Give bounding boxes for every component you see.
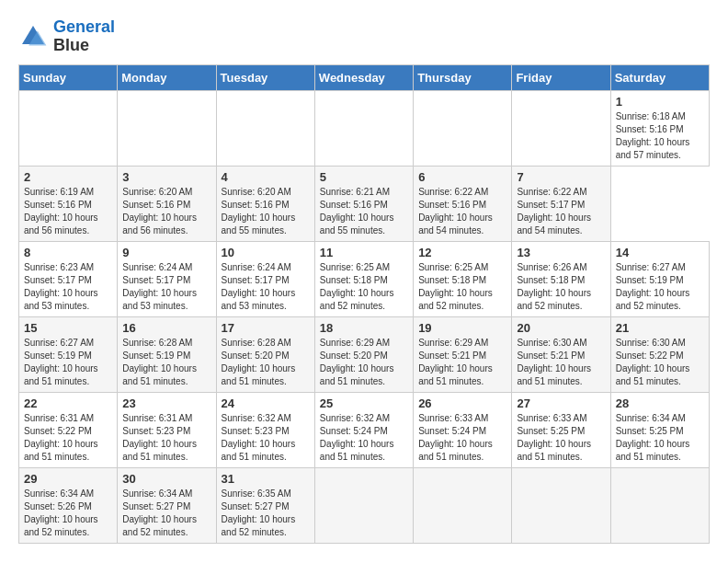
empty-cell	[314, 467, 413, 543]
logo-icon	[18, 22, 48, 52]
calendar-cell-18: 18Sunrise: 6:29 AMSunset: 5:20 PMDayligh…	[314, 316, 413, 392]
calendar-cell-25: 25Sunrise: 6:32 AMSunset: 5:24 PMDayligh…	[314, 392, 413, 467]
calendar-cell-4: 4Sunrise: 6:20 AMSunset: 5:16 PMDaylight…	[216, 166, 314, 241]
calendar-cell-1: 1Sunrise: 6:18 AMSunset: 5:16 PMDaylight…	[610, 90, 709, 166]
calendar-cell-14: 14Sunrise: 6:27 AMSunset: 5:19 PMDayligh…	[610, 241, 709, 316]
empty-cell	[118, 90, 216, 166]
calendar-cell-16: 16Sunrise: 6:28 AMSunset: 5:19 PMDayligh…	[118, 316, 216, 392]
col-tuesday: Tuesday	[216, 64, 314, 90]
col-friday: Friday	[512, 64, 610, 90]
calendar-cell-9: 9Sunrise: 6:24 AMSunset: 5:17 PMDaylight…	[118, 241, 216, 316]
calendar-cell-29: 29Sunrise: 6:34 AMSunset: 5:26 PMDayligh…	[19, 467, 118, 543]
empty-cell	[414, 467, 512, 543]
logo-text: GeneralBlue	[53, 18, 115, 55]
col-thursday: Thursday	[414, 64, 512, 90]
calendar-cell-12: 12Sunrise: 6:25 AMSunset: 5:18 PMDayligh…	[414, 241, 512, 316]
empty-cell	[19, 90, 118, 166]
calendar-cell-7: 7Sunrise: 6:22 AMSunset: 5:17 PMDaylight…	[512, 166, 610, 241]
empty-cell	[512, 467, 610, 543]
col-wednesday: Wednesday	[314, 64, 413, 90]
calendar-cell-27: 27Sunrise: 6:33 AMSunset: 5:25 PMDayligh…	[512, 392, 610, 467]
calendar-cell-24: 24Sunrise: 6:32 AMSunset: 5:23 PMDayligh…	[216, 392, 314, 467]
calendar-cell-26: 26Sunrise: 6:33 AMSunset: 5:24 PMDayligh…	[414, 392, 512, 467]
calendar-cell-20: 20Sunrise: 6:30 AMSunset: 5:21 PMDayligh…	[512, 316, 610, 392]
calendar-cell-5: 5Sunrise: 6:21 AMSunset: 5:16 PMDaylight…	[314, 166, 413, 241]
calendar-cell-6: 6Sunrise: 6:22 AMSunset: 5:16 PMDaylight…	[414, 166, 512, 241]
calendar-cell-10: 10Sunrise: 6:24 AMSunset: 5:17 PMDayligh…	[216, 241, 314, 316]
calendar-cell-22: 22Sunrise: 6:31 AMSunset: 5:22 PMDayligh…	[19, 392, 118, 467]
page-header: GeneralBlue	[18, 18, 710, 55]
calendar-cell-23: 23Sunrise: 6:31 AMSunset: 5:23 PMDayligh…	[118, 392, 216, 467]
calendar-cell-3: 3Sunrise: 6:20 AMSunset: 5:16 PMDaylight…	[118, 166, 216, 241]
empty-cell	[216, 90, 314, 166]
calendar-cell-17: 17Sunrise: 6:28 AMSunset: 5:20 PMDayligh…	[216, 316, 314, 392]
col-monday: Monday	[118, 64, 216, 90]
logo: GeneralBlue	[18, 18, 115, 55]
empty-cell	[414, 90, 512, 166]
calendar-cell-28: 28Sunrise: 6:34 AMSunset: 5:25 PMDayligh…	[610, 392, 709, 467]
header-row: SundayMondayTuesdayWednesdayThursdayFrid…	[19, 64, 710, 90]
calendar-cell-11: 11Sunrise: 6:25 AMSunset: 5:18 PMDayligh…	[314, 241, 413, 316]
calendar-cell-21: 21Sunrise: 6:30 AMSunset: 5:22 PMDayligh…	[610, 316, 709, 392]
calendar-cell-30: 30Sunrise: 6:34 AMSunset: 5:27 PMDayligh…	[118, 467, 216, 543]
col-saturday: Saturday	[610, 64, 709, 90]
col-sunday: Sunday	[19, 64, 118, 90]
empty-cell	[512, 90, 610, 166]
empty-cell	[314, 90, 413, 166]
calendar-cell-15: 15Sunrise: 6:27 AMSunset: 5:19 PMDayligh…	[19, 316, 118, 392]
empty-cell	[610, 467, 709, 543]
calendar-cell-19: 19Sunrise: 6:29 AMSunset: 5:21 PMDayligh…	[414, 316, 512, 392]
calendar-cell-8: 8Sunrise: 6:23 AMSunset: 5:17 PMDaylight…	[19, 241, 118, 316]
calendar-cell-2: 2Sunrise: 6:19 AMSunset: 5:16 PMDaylight…	[19, 166, 118, 241]
calendar-table: SundayMondayTuesdayWednesdayThursdayFrid…	[18, 64, 710, 544]
calendar-cell-13: 13Sunrise: 6:26 AMSunset: 5:18 PMDayligh…	[512, 241, 610, 316]
calendar-cell-31: 31Sunrise: 6:35 AMSunset: 5:27 PMDayligh…	[216, 467, 314, 543]
